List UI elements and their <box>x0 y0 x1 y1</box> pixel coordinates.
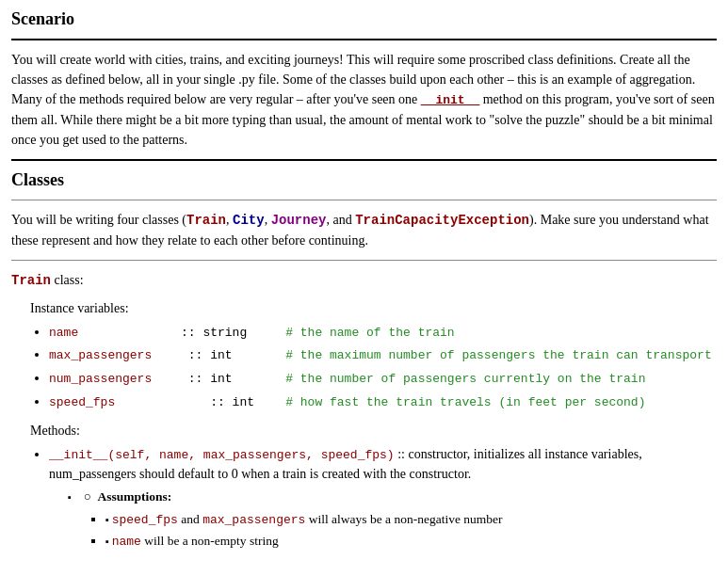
var-row-num-passengers: num_passengers :: int # the number of pa… <box>49 370 717 390</box>
assumptions-container: ○ Assumptions: speed_fps and max_passeng… <box>68 488 717 551</box>
scenario-paragraph: You will create world with cities, train… <box>11 50 717 150</box>
var-name-name: name <box>49 324 181 344</box>
var-comment-name: # the name of the train <box>256 324 455 344</box>
assumptions-list: speed_fps and max_passengers will always… <box>105 510 717 551</box>
assumption-speed-fps-code: speed_fps <box>112 513 178 527</box>
init-code: __init__ <box>421 93 479 107</box>
class-ref-exception: TrainCapacityException <box>355 213 529 228</box>
classes-intro-text: You will be writing four classes ( <box>11 213 186 227</box>
class-ref-city: City <box>233 213 265 228</box>
section-divider-2 <box>11 260 717 261</box>
assumptions-label-circle: ○ Assumptions: <box>84 489 172 504</box>
var-type-num-passengers: :: int <box>181 370 256 390</box>
var-row-speed-fps: speed_fps :: int # how fast the train tr… <box>49 393 717 413</box>
instance-vars-container: Instance variables: name :: string # the… <box>30 298 717 413</box>
section-divider-1 <box>11 159 717 161</box>
classes-intro-paragraph: You will be writing four classes (Train,… <box>11 210 717 250</box>
train-class-suffix: class: <box>51 273 84 287</box>
list-item: ○ Assumptions: speed_fps and max_passeng… <box>68 488 717 551</box>
train-class-title: Train <box>11 273 51 288</box>
assumption-non-negative-text: will always be a non-negative number <box>305 512 502 526</box>
var-comment-num-passengers: # the number of passengers currently on … <box>256 370 645 390</box>
list-item: __init__(self, name, max_passengers, spe… <box>49 444 717 552</box>
var-type-name: :: string <box>181 324 256 344</box>
var-type-speed-fps: :: int <box>181 393 256 413</box>
classes-sep1: , <box>226 213 233 227</box>
var-comment-speed-fps: # how fast the train travels (in feet pe… <box>256 393 645 413</box>
train-class-title-line: Train class: <box>11 270 717 291</box>
list-item: num_passengers :: int # the number of pa… <box>49 368 717 390</box>
method-list: __init__(self, name, max_passengers, spe… <box>49 444 717 552</box>
scenario-heading: Scenario <box>11 9 717 29</box>
classes-heading: Classes <box>11 170 717 190</box>
assumption-max-passengers-code: max_passengers <box>202 513 305 527</box>
list-item: speed_fps and max_passengers will always… <box>105 510 717 530</box>
scenario-divider <box>11 39 717 40</box>
assumptions-bold-label: Assumptions: <box>98 489 172 504</box>
train-class-header: Train class: <box>11 270 717 291</box>
train-class-section: Train class: Instance variables: name ::… <box>11 270 717 552</box>
class-ref-train: Train <box>186 213 226 228</box>
var-name-max-passengers: max_passengers <box>49 346 181 366</box>
method-init-signature: __init__(self, name, max_passengers, spe… <box>49 448 395 462</box>
methods-container: Methods: __init__(self, name, max_passen… <box>30 421 717 552</box>
list-item: speed_fps :: int # how fast the train tr… <box>49 392 717 413</box>
list-item: name :: string # the name of the train <box>49 322 717 344</box>
var-name-num-passengers: num_passengers <box>49 370 181 390</box>
classes-sep3: , and <box>326 213 355 227</box>
classes-section: Classes You will be writing four classes… <box>11 170 717 250</box>
assumption-non-empty-text: will be a non-empty string <box>141 534 279 548</box>
var-row-max-passengers: max_passengers :: int # the maximum numb… <box>49 346 717 366</box>
var-type-max-passengers: :: int <box>181 346 256 366</box>
list-item: max_passengers :: int # the maximum numb… <box>49 344 717 366</box>
var-row-name: name :: string # the name of the train <box>49 324 717 344</box>
class-ref-journey: Journey <box>271 213 327 228</box>
classes-divider <box>11 200 717 200</box>
assumption-and-text: and <box>178 512 202 526</box>
classes-sep2: , <box>265 213 271 227</box>
variable-list: name :: string # the name of the train m… <box>49 322 717 413</box>
instance-vars-label: Instance variables: <box>30 298 717 318</box>
var-name-speed-fps: speed_fps <box>49 393 181 413</box>
assumption-name-code: name <box>112 535 141 549</box>
var-comment-max-passengers: # the maximum number of passengers the t… <box>256 346 712 366</box>
scenario-section: Scenario You will create world with citi… <box>11 9 717 150</box>
methods-label: Methods: <box>30 421 717 440</box>
list-item: name will be a non-empty string <box>105 532 717 552</box>
